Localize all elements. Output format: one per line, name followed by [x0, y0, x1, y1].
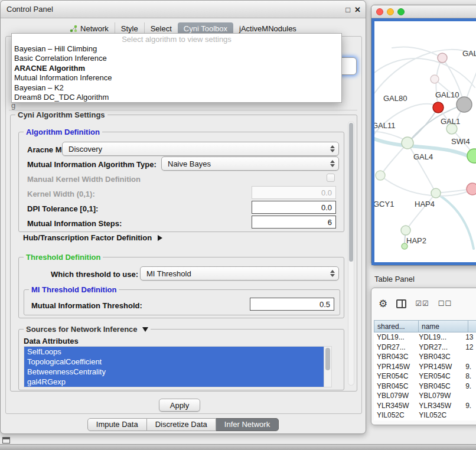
network-edge [407, 143, 435, 192]
dropdown-item[interactable]: Bayesian – Hill Climbing [12, 44, 341, 54]
window-title: Control Panel [6, 5, 53, 14]
column-header[interactable]: shared... [374, 320, 419, 332]
mi-threshold-label: Mutual Information Threshold: [31, 301, 142, 310]
table-toolbar: ⚙ ☑☑ ☐☐ [379, 295, 452, 312]
columns-icon[interactable] [396, 299, 406, 308]
table-row[interactable]: YBR043C YBR043C [374, 352, 476, 362]
node-label: HAP2 [406, 236, 426, 245]
mi-algorithm-type-value: Naive Bayes [168, 159, 211, 168]
attribute-item-selected[interactable]: SelfLoops [24, 347, 324, 357]
apply-button[interactable]: Apply [159, 399, 200, 412]
table-row[interactable]: YIL052C YIL052C [374, 410, 476, 420]
tab-impute-data[interactable]: Impute Data [87, 418, 147, 431]
sources-header-label: Sources for Network Inference [26, 325, 138, 334]
dropdown-placeholder: Select algorithm to view settings [12, 34, 341, 44]
network-node-green[interactable] [467, 149, 476, 163]
network-node[interactable] [438, 53, 447, 63]
attribute-list-scrollbar-thumb[interactable] [325, 348, 330, 370]
network-node[interactable] [401, 226, 410, 235]
dropdown-item[interactable]: Bayesian – K2 [12, 83, 341, 93]
tab-cyni-toolbox-label: Cyni Toolbox [184, 24, 227, 33]
cell: YER054C [416, 371, 462, 381]
table-row[interactable]: YBL079W YBL079W [374, 391, 476, 401]
minimize-traffic-light-icon[interactable] [387, 8, 394, 15]
node-label: GAL80 [383, 94, 407, 103]
gear-icon[interactable]: ⚙ [379, 299, 387, 309]
node-label: GAL7 [462, 49, 476, 58]
network-node[interactable] [402, 137, 413, 149]
tab-infer-network[interactable]: Infer Network [216, 418, 279, 431]
node-label: GAL10 [435, 90, 459, 99]
minimize-icon[interactable]: □ [345, 6, 350, 14]
apply-button-label: Apply [170, 401, 190, 410]
settings-scrollbar[interactable] [348, 121, 354, 386]
mi-steps-field[interactable] [252, 216, 336, 229]
mi-threshold-field[interactable] [250, 298, 334, 311]
hub-transcription-section-header[interactable]: Hub/Transcription Factor Definition [23, 233, 162, 242]
attribute-list-scrollbar[interactable] [324, 347, 331, 387]
tab-select-label: Select [151, 24, 172, 33]
table-row[interactable]: YDL19... YDL19... 13 [374, 332, 476, 343]
tab-discretize-data[interactable]: Discretize Data [147, 418, 216, 431]
network-node[interactable] [431, 75, 439, 83]
network-node[interactable] [376, 171, 385, 180]
cell: 13 [462, 332, 476, 343]
close-icon[interactable]: ✕ [354, 6, 361, 14]
deselect-all-checkboxes-icon[interactable]: ☐☐ [438, 299, 452, 308]
table-row[interactable]: YDR27... YDR27... 12 [374, 343, 476, 353]
attribute-item-selected[interactable]: BetweennessCentrality [24, 367, 324, 377]
cell: YLR345W [416, 401, 462, 411]
sources-header[interactable]: Sources for Network Inference [24, 325, 151, 334]
mi-steps-label: Mutual Information Steps: [27, 219, 122, 228]
attribute-item-selected[interactable]: TopologicalCoefficient [24, 357, 324, 367]
table-row[interactable]: YBR045C YBR045C 9. [374, 381, 476, 392]
network-tab-icon [70, 25, 77, 32]
network-node[interactable] [431, 188, 441, 198]
cell: YPR145W [416, 362, 462, 372]
control-panel-titlebar: Control Panel □ ✕ [1, 1, 366, 18]
attribute-item-selected[interactable]: gal4RGexp [24, 377, 324, 387]
mi-threshold-definition-title: MI Threshold Definition [29, 285, 119, 294]
hub-transcription-label: Hub/Transcription Factor Definition [23, 233, 152, 242]
table-row[interactable]: YER054C YER054C 8. [374, 371, 476, 381]
cell: 8. [462, 371, 476, 381]
collapsed-arrow-icon [158, 235, 162, 241]
settings-scrollbar-thumb[interactable] [349, 123, 353, 262]
column-header[interactable]: name [419, 320, 468, 332]
dropdown-item-selected[interactable]: ARACNE Algorithm [12, 64, 341, 73]
dpi-tolerance-field[interactable] [252, 201, 336, 214]
select-all-checkboxes-icon[interactable]: ☑☑ [415, 299, 429, 308]
tab-discretize-data-label: Discretize Data [155, 420, 207, 429]
node-label: SWI4 [451, 137, 470, 146]
close-traffic-light-icon[interactable] [376, 8, 383, 15]
dropdown-item[interactable]: Dream8 DC_TDC Algorithm [12, 93, 341, 102]
table-panel-title: Table Panel [374, 275, 415, 283]
network-node-red[interactable] [433, 102, 444, 113]
cell: YDL19... [416, 332, 462, 343]
cell: YER054C [374, 371, 416, 381]
which-threshold-select[interactable]: MI Threshold [140, 266, 339, 281]
network-edge [374, 58, 475, 87]
cell [462, 352, 476, 362]
cell: YLR345W [374, 401, 416, 411]
collapsed-panel-icon[interactable] [2, 437, 10, 444]
zoom-traffic-light-icon[interactable] [397, 8, 405, 15]
cell: YPR145W [374, 362, 416, 372]
network-edge [407, 193, 436, 229]
cell: YBR043C [416, 352, 462, 362]
dropdown-item[interactable]: Mutual Information Inference [12, 73, 341, 83]
algorithm-definition-title: Algorithm Definition [24, 128, 102, 136]
network-node-pink[interactable] [467, 183, 476, 195]
column-header[interactable] [468, 320, 476, 332]
table-row[interactable]: YPR145W YPR145W 9. [374, 362, 476, 372]
table-header-row: shared... name [374, 320, 476, 332]
dropdown-item[interactable]: Basic Correlation Inference [12, 54, 341, 63]
mi-algorithm-type-select[interactable]: Naive Bayes [161, 156, 339, 171]
aracne-mode-select[interactable]: Discovery [62, 142, 339, 156]
cell: YBR045C [374, 381, 416, 392]
control-panel-window: Control Panel □ ✕ Network Style Select C… [0, 0, 366, 434]
mi-algorithm-type-label: Mutual Information Algorithm Type: [27, 160, 157, 169]
table-row[interactable]: YLR345W YLR345W 9. [374, 401, 476, 411]
combo-stepper-icon [330, 142, 335, 155]
network-canvas[interactable]: GAL7 GAL80 GAL10 GAL11 GAL1 SWI4 GAL4 GC… [371, 18, 476, 265]
